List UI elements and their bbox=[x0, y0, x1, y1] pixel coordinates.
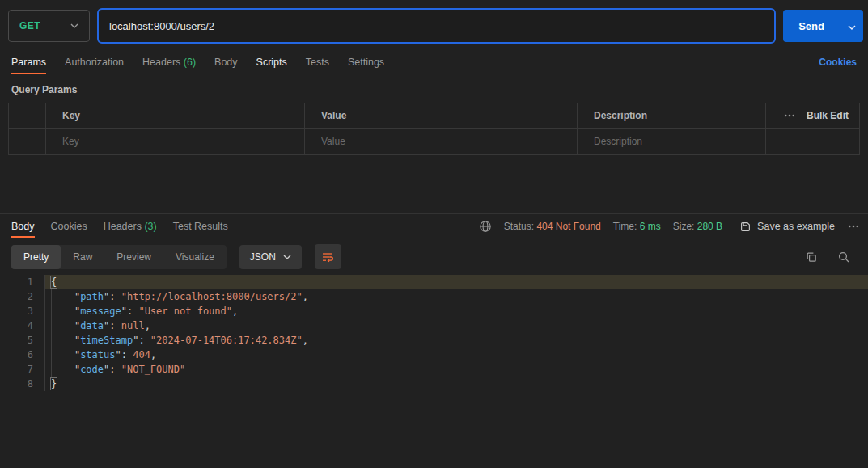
code-token: : bbox=[138, 335, 150, 346]
globe-icon[interactable] bbox=[479, 220, 492, 233]
tab-body[interactable]: Body bbox=[214, 50, 238, 74]
code-token bbox=[51, 320, 74, 331]
line-number: 2 bbox=[0, 289, 33, 304]
save-icon bbox=[739, 221, 752, 233]
param-key-input[interactable] bbox=[46, 129, 304, 154]
code-token: status bbox=[80, 349, 115, 360]
send-split-button: Send bbox=[783, 10, 863, 42]
format-select[interactable]: JSON bbox=[239, 245, 302, 269]
code-line: 7 "code": "NOT_FOUND" bbox=[0, 362, 868, 377]
code-token: , bbox=[232, 306, 238, 317]
param-select-column-header bbox=[9, 103, 46, 129]
response-body-code[interactable]: 1{2 "path": "http://localhost:8000/users… bbox=[0, 275, 868, 391]
chevron-down-icon bbox=[848, 20, 856, 32]
code-token bbox=[51, 364, 74, 375]
code-token: " bbox=[121, 306, 127, 317]
line-number: 1 bbox=[0, 275, 33, 289]
code-token: "2024-07-14T06:17:42.834Z" bbox=[150, 335, 303, 346]
response-view-toolbar: Pretty Raw Preview Visualize JSON bbox=[0, 238, 868, 269]
search-icon[interactable] bbox=[837, 251, 850, 264]
code-token: , bbox=[145, 320, 150, 331]
line-number: 8 bbox=[0, 377, 33, 391]
view-tab-visualize[interactable]: Visualize bbox=[163, 245, 227, 269]
response-tab-test-results[interactable]: Test Results bbox=[173, 215, 228, 238]
code-token: " bbox=[121, 291, 127, 302]
code-line: 1{ bbox=[0, 275, 868, 289]
code-token: " bbox=[296, 291, 302, 302]
chevron-down-icon bbox=[283, 255, 291, 259]
view-tab-pretty[interactable]: Pretty bbox=[11, 245, 61, 269]
method-select[interactable]: GET bbox=[8, 10, 90, 42]
code-token bbox=[51, 291, 74, 302]
copy-icon[interactable] bbox=[805, 251, 818, 264]
view-tab-preview[interactable]: Preview bbox=[104, 245, 163, 269]
tab-scripts[interactable]: Scripts bbox=[256, 50, 287, 74]
param-value-cell bbox=[305, 129, 578, 154]
save-as-example-label: Save as example bbox=[757, 221, 835, 232]
wrap-text-button[interactable] bbox=[315, 244, 341, 269]
size-value: 280 B bbox=[697, 221, 722, 232]
code-token: timeStamp bbox=[80, 335, 133, 346]
tab-authorization[interactable]: Authorization bbox=[65, 50, 124, 74]
url-link[interactable]: http://localhost:8000/users/2 bbox=[127, 291, 297, 302]
param-value-input[interactable] bbox=[305, 129, 577, 154]
format-selected-label: JSON bbox=[250, 251, 276, 263]
cookies-link[interactable]: Cookies bbox=[819, 57, 857, 68]
code-line-text: "message": "User not found", bbox=[44, 304, 868, 318]
code-token: : bbox=[109, 364, 121, 375]
code-line: 2 "path": "http://localhost:8000/users/2… bbox=[0, 289, 868, 304]
save-as-example-button[interactable]: Save as example bbox=[739, 221, 835, 233]
tab-tests[interactable]: Tests bbox=[306, 50, 329, 74]
tab-settings[interactable]: Settings bbox=[348, 50, 384, 74]
url-input[interactable] bbox=[97, 8, 776, 44]
code-line: 4 "data": null, bbox=[0, 318, 868, 333]
response-tab-headers[interactable]: Headers (3) bbox=[104, 215, 157, 238]
response-tab-body[interactable]: Body bbox=[11, 215, 35, 238]
line-number: 4 bbox=[0, 318, 33, 333]
status-label: Status: bbox=[504, 221, 534, 232]
line-number: 3 bbox=[0, 304, 33, 318]
code-token: message bbox=[80, 306, 121, 317]
code-token: : bbox=[127, 306, 138, 317]
query-params-table: Key Value Description Bulk Edit bbox=[8, 103, 860, 155]
code-token: 404 bbox=[133, 349, 150, 360]
code-line-text: "timeStamp": "2024-07-14T06:17:42.834Z", bbox=[44, 333, 868, 348]
response-meta: Status: 404 Not Found Time: 6 ms Size: 2… bbox=[479, 220, 860, 233]
code-token: } bbox=[51, 378, 57, 390]
status-badge: Status: 404 Not Found bbox=[504, 221, 601, 232]
line-number: 5 bbox=[0, 333, 33, 348]
code-token: : bbox=[121, 349, 133, 360]
more-horizontal-icon[interactable] bbox=[783, 109, 796, 122]
toolbar-right-icons bbox=[805, 251, 857, 264]
code-token: code bbox=[80, 364, 104, 375]
bulk-edit-button[interactable]: Bulk Edit bbox=[766, 103, 859, 129]
send-options-button[interactable] bbox=[840, 10, 863, 42]
param-key-cell bbox=[46, 129, 305, 154]
url-field-wrap bbox=[97, 8, 776, 44]
param-row-select-cell bbox=[9, 129, 46, 154]
tab-headers[interactable]: Headers (6) bbox=[142, 50, 196, 74]
code-line-text: "path": "http://localhost:8000/users/2", bbox=[44, 289, 868, 304]
request-tabs: Params Authorization Headers (6) Body Sc… bbox=[0, 48, 868, 75]
code-line-text: } bbox=[44, 377, 868, 391]
param-description-input[interactable] bbox=[578, 129, 765, 154]
bulk-edit-label: Bulk Edit bbox=[807, 110, 849, 121]
response-tab-headers-label: Headers bbox=[104, 221, 142, 232]
code-token bbox=[51, 306, 74, 317]
response-tab-cookies[interactable]: Cookies bbox=[51, 215, 87, 238]
more-horizontal-icon[interactable] bbox=[847, 220, 860, 233]
code-token: data bbox=[80, 320, 104, 331]
view-tab-raw[interactable]: Raw bbox=[61, 245, 104, 269]
line-number: 6 bbox=[0, 348, 33, 362]
response-header: Body Cookies Headers (3) Test Results St… bbox=[0, 214, 868, 238]
code-token: , bbox=[150, 349, 156, 360]
tab-params[interactable]: Params bbox=[11, 50, 46, 74]
tab-headers-label: Headers bbox=[142, 57, 180, 68]
code-token: , bbox=[303, 335, 308, 346]
code-line-text: "status": 404, bbox=[44, 348, 868, 362]
column-header-key: Key bbox=[46, 103, 305, 129]
code-line: 6 "status": 404, bbox=[0, 348, 868, 362]
code-line: 8} bbox=[0, 377, 868, 391]
status-value: 404 Not Found bbox=[536, 221, 600, 232]
send-button[interactable]: Send bbox=[783, 10, 840, 42]
